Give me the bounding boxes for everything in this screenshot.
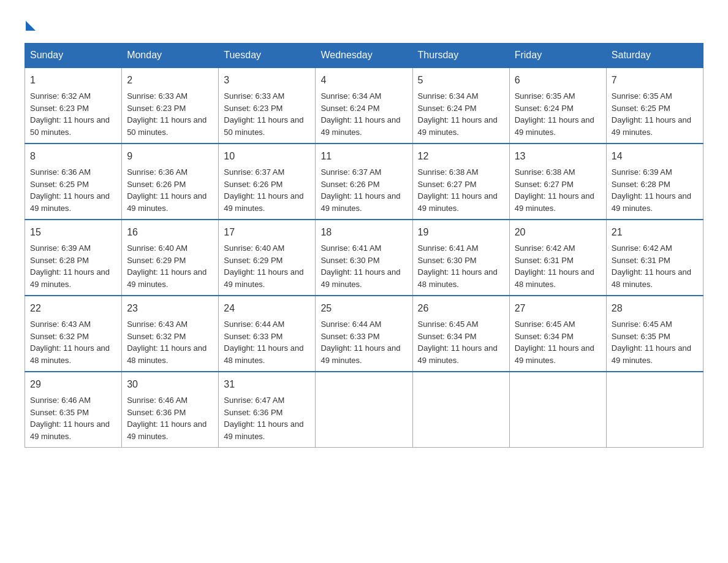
day-number: 6 (515, 73, 601, 88)
weekday-header-tuesday: Tuesday (219, 44, 316, 68)
calendar-cell: 3 Sunrise: 6:33 AM Sunset: 6:23 PM Dayli… (219, 67, 316, 144)
day-number: 25 (320, 301, 407, 316)
calendar-cell: 4 Sunrise: 6:34 AM Sunset: 6:24 PM Dayli… (316, 67, 412, 144)
day-number: 27 (515, 301, 601, 316)
calendar-cell: 22 Sunrise: 6:43 AM Sunset: 6:32 PM Dayl… (25, 296, 122, 372)
day-number: 24 (224, 301, 310, 316)
logo (25, 18, 36, 31)
day-info: Sunrise: 6:45 AM Sunset: 6:34 PM Dayligh… (515, 318, 601, 366)
calendar-cell: 5 Sunrise: 6:34 AM Sunset: 6:24 PM Dayli… (412, 67, 509, 144)
calendar-cell: 28 Sunrise: 6:45 AM Sunset: 6:35 PM Dayl… (606, 296, 703, 372)
calendar-cell: 6 Sunrise: 6:35 AM Sunset: 6:24 PM Dayli… (509, 67, 606, 144)
day-number: 26 (418, 301, 504, 316)
calendar-cell: 29 Sunrise: 6:46 AM Sunset: 6:35 PM Dayl… (25, 372, 122, 448)
calendar-cell (606, 372, 703, 448)
calendar-cell (412, 372, 509, 448)
day-info: Sunrise: 6:34 AM Sunset: 6:24 PM Dayligh… (418, 90, 504, 138)
calendar-cell: 31 Sunrise: 6:47 AM Sunset: 6:36 PM Dayl… (219, 372, 316, 448)
weekday-header-saturday: Saturday (606, 44, 703, 68)
day-info: Sunrise: 6:35 AM Sunset: 6:25 PM Dayligh… (612, 90, 698, 138)
weekday-header-wednesday: Wednesday (316, 44, 412, 68)
calendar-cell: 1 Sunrise: 6:32 AM Sunset: 6:23 PM Dayli… (25, 67, 122, 144)
day-number: 2 (127, 73, 213, 88)
day-info: Sunrise: 6:43 AM Sunset: 6:32 PM Dayligh… (30, 318, 116, 366)
day-number: 8 (30, 149, 116, 164)
calendar-cell: 25 Sunrise: 6:44 AM Sunset: 6:33 PM Dayl… (316, 296, 412, 372)
day-info: Sunrise: 6:46 AM Sunset: 6:36 PM Dayligh… (127, 394, 213, 442)
weekday-header-thursday: Thursday (412, 44, 509, 68)
day-info: Sunrise: 6:33 AM Sunset: 6:23 PM Dayligh… (127, 90, 213, 138)
day-number: 22 (30, 301, 116, 316)
day-info: Sunrise: 6:43 AM Sunset: 6:32 PM Dayligh… (127, 318, 213, 366)
day-number: 3 (224, 73, 310, 88)
calendar-cell: 16 Sunrise: 6:40 AM Sunset: 6:29 PM Dayl… (122, 220, 219, 296)
day-info: Sunrise: 6:38 AM Sunset: 6:27 PM Dayligh… (418, 166, 504, 214)
calendar-cell: 14 Sunrise: 6:39 AM Sunset: 6:28 PM Dayl… (606, 144, 703, 220)
calendar-cell: 15 Sunrise: 6:39 AM Sunset: 6:28 PM Dayl… (25, 220, 122, 296)
day-info: Sunrise: 6:41 AM Sunset: 6:30 PM Dayligh… (320, 242, 407, 290)
day-number: 23 (127, 301, 213, 316)
day-info: Sunrise: 6:36 AM Sunset: 6:25 PM Dayligh… (30, 166, 116, 214)
day-info: Sunrise: 6:35 AM Sunset: 6:24 PM Dayligh… (515, 90, 601, 138)
day-info: Sunrise: 6:32 AM Sunset: 6:23 PM Dayligh… (30, 90, 116, 138)
day-number: 19 (418, 225, 504, 240)
day-number: 10 (224, 149, 310, 164)
week-row-4: 22 Sunrise: 6:43 AM Sunset: 6:32 PM Dayl… (25, 296, 703, 372)
day-number: 9 (127, 149, 213, 164)
calendar-cell: 2 Sunrise: 6:33 AM Sunset: 6:23 PM Dayli… (122, 67, 219, 144)
day-info: Sunrise: 6:46 AM Sunset: 6:35 PM Dayligh… (30, 394, 116, 442)
calendar-cell (316, 372, 412, 448)
day-info: Sunrise: 6:40 AM Sunset: 6:29 PM Dayligh… (127, 242, 213, 290)
day-info: Sunrise: 6:36 AM Sunset: 6:26 PM Dayligh… (127, 166, 213, 214)
day-info: Sunrise: 6:45 AM Sunset: 6:35 PM Dayligh… (612, 318, 698, 366)
weekday-header-sunday: Sunday (25, 44, 122, 68)
calendar-cell: 23 Sunrise: 6:43 AM Sunset: 6:32 PM Dayl… (122, 296, 219, 372)
day-number: 16 (127, 225, 213, 240)
calendar-cell: 11 Sunrise: 6:37 AM Sunset: 6:26 PM Dayl… (316, 144, 412, 220)
day-info: Sunrise: 6:44 AM Sunset: 6:33 PM Dayligh… (224, 318, 310, 366)
day-info: Sunrise: 6:37 AM Sunset: 6:26 PM Dayligh… (320, 166, 407, 214)
calendar-cell: 24 Sunrise: 6:44 AM Sunset: 6:33 PM Dayl… (219, 296, 316, 372)
calendar-cell: 8 Sunrise: 6:36 AM Sunset: 6:25 PM Dayli… (25, 144, 122, 220)
day-number: 31 (224, 377, 310, 392)
calendar-cell: 9 Sunrise: 6:36 AM Sunset: 6:26 PM Dayli… (122, 144, 219, 220)
calendar-cell: 21 Sunrise: 6:42 AM Sunset: 6:31 PM Dayl… (606, 220, 703, 296)
day-number: 1 (30, 73, 116, 88)
day-number: 11 (320, 149, 407, 164)
calendar-cell: 7 Sunrise: 6:35 AM Sunset: 6:25 PM Dayli… (606, 67, 703, 144)
day-number: 14 (612, 149, 698, 164)
day-number: 17 (224, 225, 310, 240)
day-number: 28 (612, 301, 698, 316)
day-number: 15 (30, 225, 116, 240)
calendar-cell: 10 Sunrise: 6:37 AM Sunset: 6:26 PM Dayl… (219, 144, 316, 220)
week-row-2: 8 Sunrise: 6:36 AM Sunset: 6:25 PM Dayli… (25, 144, 703, 220)
week-row-3: 15 Sunrise: 6:39 AM Sunset: 6:28 PM Dayl… (25, 220, 703, 296)
page-header (25, 18, 703, 31)
day-info: Sunrise: 6:45 AM Sunset: 6:34 PM Dayligh… (418, 318, 504, 366)
calendar-cell: 12 Sunrise: 6:38 AM Sunset: 6:27 PM Dayl… (412, 144, 509, 220)
day-info: Sunrise: 6:39 AM Sunset: 6:28 PM Dayligh… (30, 242, 116, 290)
calendar-cell: 17 Sunrise: 6:40 AM Sunset: 6:29 PM Dayl… (219, 220, 316, 296)
calendar-table: SundayMondayTuesdayWednesdayThursdayFrid… (25, 43, 703, 448)
week-row-5: 29 Sunrise: 6:46 AM Sunset: 6:35 PM Dayl… (25, 372, 703, 448)
day-info: Sunrise: 6:47 AM Sunset: 6:36 PM Dayligh… (224, 394, 310, 442)
day-number: 13 (515, 149, 601, 164)
week-row-1: 1 Sunrise: 6:32 AM Sunset: 6:23 PM Dayli… (25, 67, 703, 144)
calendar-cell: 26 Sunrise: 6:45 AM Sunset: 6:34 PM Dayl… (412, 296, 509, 372)
day-info: Sunrise: 6:40 AM Sunset: 6:29 PM Dayligh… (224, 242, 310, 290)
day-info: Sunrise: 6:34 AM Sunset: 6:24 PM Dayligh… (320, 90, 407, 138)
calendar-cell (509, 372, 606, 448)
day-info: Sunrise: 6:44 AM Sunset: 6:33 PM Dayligh… (320, 318, 407, 366)
day-number: 4 (320, 73, 407, 88)
calendar-cell: 30 Sunrise: 6:46 AM Sunset: 6:36 PM Dayl… (122, 372, 219, 448)
day-info: Sunrise: 6:39 AM Sunset: 6:28 PM Dayligh… (612, 166, 698, 214)
day-info: Sunrise: 6:33 AM Sunset: 6:23 PM Dayligh… (224, 90, 310, 138)
calendar-cell: 18 Sunrise: 6:41 AM Sunset: 6:30 PM Dayl… (316, 220, 412, 296)
day-info: Sunrise: 6:41 AM Sunset: 6:30 PM Dayligh… (418, 242, 504, 290)
day-info: Sunrise: 6:42 AM Sunset: 6:31 PM Dayligh… (612, 242, 698, 290)
day-number: 12 (418, 149, 504, 164)
calendar-cell: 20 Sunrise: 6:42 AM Sunset: 6:31 PM Dayl… (509, 220, 606, 296)
weekday-header-monday: Monday (122, 44, 219, 68)
day-number: 21 (612, 225, 698, 240)
weekday-header-friday: Friday (509, 44, 606, 68)
